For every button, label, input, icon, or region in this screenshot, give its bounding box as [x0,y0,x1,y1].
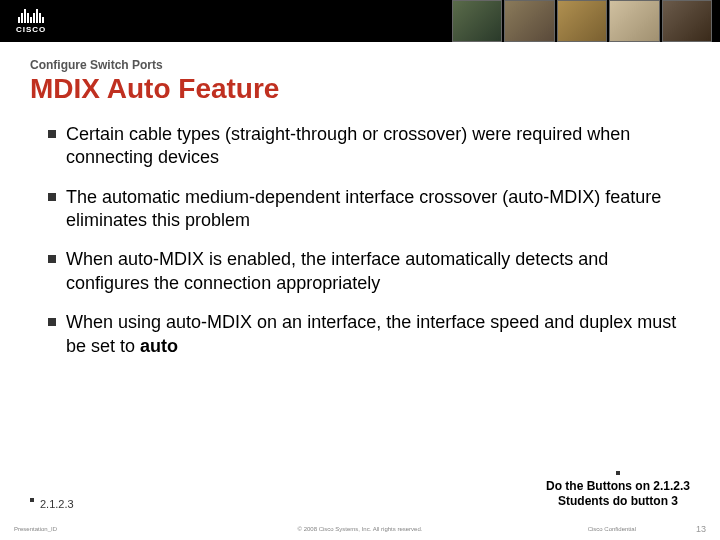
bullet-item: Certain cable types (straight-through or… [48,123,690,170]
bullet-item: The automatic medium-dependent interface… [48,186,690,233]
slide-pretitle: Configure Switch Ports [30,58,690,72]
bullet-text: The automatic medium-dependent interface… [66,186,690,233]
assignment-note: Do the Buttons on 2.1.2.3 Students do bu… [546,471,690,510]
slide-title: MDIX Auto Feature [30,74,690,105]
confidential-text: Cisco Confidential [588,526,636,532]
header-people-image [452,0,712,42]
slide-footer: Presentation_ID © 2008 Cisco Systems, In… [0,524,720,534]
bullet-text: When using auto-MDIX on an interface, th… [66,311,690,358]
bullet-square-icon [48,130,56,138]
bullet-item: When auto-MDIX is enabled, the interface… [48,248,690,295]
tiny-bullet-icon [616,471,620,475]
presentation-id: Presentation_ID [14,526,57,532]
tiny-bullet-icon [30,498,34,502]
bullet-text: Certain cable types (straight-through or… [66,123,690,170]
bullet-square-icon [48,318,56,326]
cisco-logo-bars-icon [18,9,44,23]
cisco-logo-text: CISCO [16,25,46,34]
assignment-line-2: Students do button 3 [546,494,690,510]
bullet-text: When auto-MDIX is enabled, the interface… [66,248,690,295]
bottom-notes: 2.1.2.3 Do the Buttons on 2.1.2.3 Studen… [30,471,690,510]
bullet-square-icon [48,193,56,201]
page-number: 13 [696,524,706,534]
copyright-text: © 2008 Cisco Systems, Inc. All rights re… [298,526,423,532]
assignment-line-1: Do the Buttons on 2.1.2.3 [546,479,690,495]
bullet-item: When using auto-MDIX on an interface, th… [48,311,690,358]
section-reference: 2.1.2.3 [30,498,74,510]
bullet-square-icon [48,255,56,263]
slide-content: Configure Switch Ports MDIX Auto Feature… [0,42,720,358]
section-number: 2.1.2.3 [40,498,74,510]
header-bar: CISCO [0,0,720,42]
cisco-logo: CISCO [16,9,46,34]
bullet-list: Certain cable types (straight-through or… [30,123,690,358]
